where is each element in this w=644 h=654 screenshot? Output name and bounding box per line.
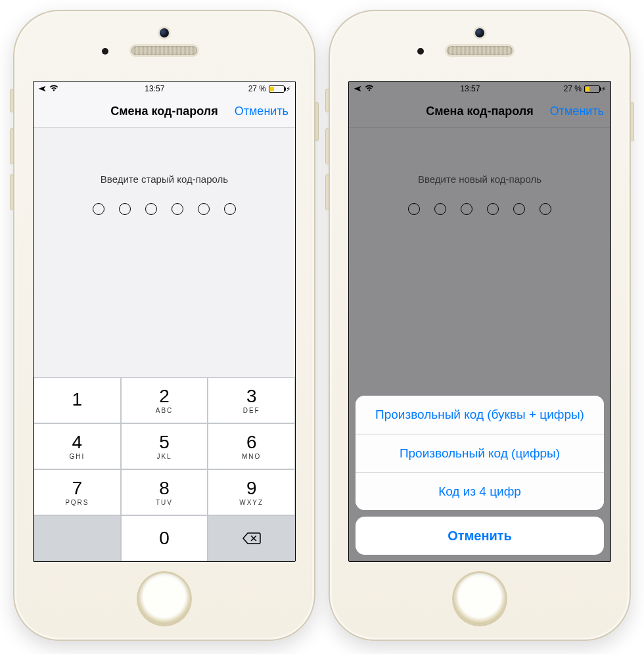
status-bar: 13:57 27 % ⚡︎ bbox=[349, 82, 610, 96]
status-time: 13:57 bbox=[145, 84, 164, 93]
earpiece-speaker bbox=[131, 46, 197, 55]
option-alphanumeric[interactable]: Произвольный код (буквы + цифры) bbox=[356, 396, 604, 434]
battery-text: 27 % bbox=[248, 84, 266, 93]
volume-up-button[interactable] bbox=[10, 128, 14, 164]
nav-title: Смена код-пароля bbox=[426, 105, 534, 118]
passcode-dot bbox=[198, 203, 210, 215]
charging-icon: ⚡︎ bbox=[286, 85, 291, 93]
volume-up-button[interactable] bbox=[325, 128, 329, 164]
home-button[interactable] bbox=[139, 573, 190, 624]
battery-text: 27 % bbox=[564, 84, 582, 93]
passcode-dot bbox=[224, 203, 236, 215]
passcode-dot bbox=[487, 203, 499, 215]
airplane-mode-icon bbox=[353, 84, 362, 93]
passcode-dot bbox=[93, 203, 104, 215]
volume-down-button[interactable] bbox=[325, 174, 329, 210]
charging-icon: ⚡︎ bbox=[601, 85, 607, 93]
passcode-dots bbox=[34, 203, 295, 215]
passcode-dot bbox=[119, 203, 131, 215]
passcode-dot bbox=[513, 203, 525, 215]
wifi-icon bbox=[49, 84, 58, 93]
passcode-prompt: Введите новый код-пароль bbox=[349, 174, 610, 185]
passcode-dot bbox=[408, 203, 420, 215]
key-8[interactable]: 8TUV bbox=[121, 469, 208, 515]
key-3[interactable]: 3DEF bbox=[208, 377, 295, 423]
passcode-prompt-area: Введите старый код-пароль bbox=[34, 128, 295, 215]
mute-switch[interactable] bbox=[325, 89, 329, 112]
phone-frame-left: 13:57 27 % ⚡︎ Смена код-пароля Отменить … bbox=[13, 10, 315, 641]
passcode-dot bbox=[540, 203, 551, 215]
action-sheet: Произвольный код (буквы + цифры) Произво… bbox=[356, 396, 604, 555]
nav-cancel-button[interactable]: Отменить bbox=[550, 105, 604, 118]
option-numeric[interactable]: Произвольный код (цифры) bbox=[356, 434, 604, 472]
key-2[interactable]: 2ABC bbox=[121, 377, 208, 423]
volume-down-button[interactable] bbox=[10, 174, 14, 210]
key-7[interactable]: 7PQRS bbox=[34, 469, 121, 515]
power-button[interactable] bbox=[315, 102, 319, 141]
nav-cancel-button[interactable]: Отменить bbox=[235, 105, 288, 118]
battery-icon: ⚡︎ bbox=[267, 85, 291, 93]
home-button[interactable] bbox=[454, 573, 505, 624]
key-0[interactable]: 0 bbox=[121, 515, 208, 561]
passcode-dot bbox=[434, 203, 446, 215]
proximity-sensor bbox=[417, 48, 424, 55]
proximity-sensor bbox=[102, 48, 108, 55]
status-bar: 13:57 27 % ⚡︎ bbox=[34, 82, 295, 96]
front-camera bbox=[160, 28, 169, 37]
passcode-prompt-area: Введите новый код-пароль bbox=[349, 128, 610, 215]
nav-title: Смена код-пароля bbox=[110, 105, 218, 118]
power-button[interactable] bbox=[630, 102, 634, 141]
screen-right: 13:57 27 % ⚡︎ Смена код-пароля Отменить … bbox=[348, 81, 611, 562]
earpiece-speaker bbox=[447, 46, 513, 55]
key-9[interactable]: 9WXYZ bbox=[208, 469, 295, 515]
front-camera bbox=[475, 28, 484, 37]
passcode-dot bbox=[145, 203, 157, 215]
status-time: 13:57 bbox=[460, 84, 480, 93]
action-sheet-cancel[interactable]: Отменить bbox=[356, 517, 604, 555]
action-sheet-options: Произвольный код (буквы + цифры) Произво… bbox=[356, 396, 604, 510]
key-blank bbox=[34, 515, 121, 561]
key-4[interactable]: 4GHI bbox=[34, 423, 121, 469]
option-4digit[interactable]: Код из 4 цифр bbox=[356, 472, 604, 510]
passcode-prompt: Введите старый код-пароль bbox=[34, 174, 295, 185]
mute-switch[interactable] bbox=[10, 89, 14, 112]
key-5[interactable]: 5JKL bbox=[121, 423, 208, 469]
numeric-keypad: 1 2ABC 3DEF 4GHI 5JKL 6MNO 7PQRS 8TUV 9W… bbox=[34, 377, 295, 561]
key-1[interactable]: 1 bbox=[34, 377, 121, 423]
passcode-dot bbox=[461, 203, 472, 215]
key-delete[interactable] bbox=[208, 515, 295, 561]
backspace-icon bbox=[242, 532, 262, 545]
passcode-dots bbox=[349, 203, 610, 215]
battery-icon: ⚡︎ bbox=[583, 85, 607, 93]
screen-left: 13:57 27 % ⚡︎ Смена код-пароля Отменить … bbox=[33, 81, 296, 562]
nav-bar: Смена код-пароля Отменить bbox=[349, 96, 610, 128]
wifi-icon bbox=[365, 84, 374, 93]
nav-bar: Смена код-пароля Отменить bbox=[34, 96, 295, 128]
airplane-mode-icon bbox=[37, 84, 47, 93]
key-6[interactable]: 6MNO bbox=[208, 423, 295, 469]
passcode-dot bbox=[172, 203, 183, 215]
phone-frame-right: 13:57 27 % ⚡︎ Смена код-пароля Отменить … bbox=[329, 10, 631, 641]
